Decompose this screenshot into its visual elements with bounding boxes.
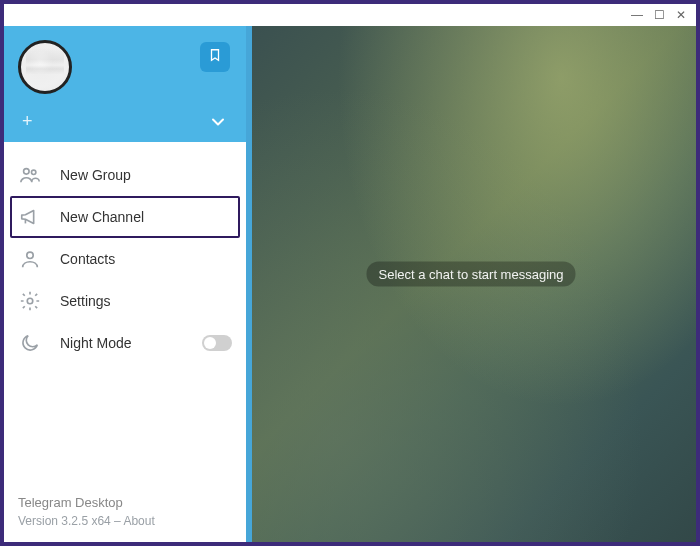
menu-item-contacts[interactable]: Contacts [4,238,246,280]
megaphone-icon [18,205,42,229]
menu-item-night-mode[interactable]: Night Mode [4,322,246,364]
menu-item-label: New Group [60,167,131,183]
app-body: + New Group N [4,26,696,542]
avatar[interactable] [18,40,72,94]
bookmark-icon [208,48,222,66]
menu-item-settings[interactable]: Settings [4,280,246,322]
svg-point-1 [31,170,35,174]
titlebar: — ☐ ✕ [4,4,696,26]
night-mode-toggle[interactable] [202,335,232,351]
chat-area: Select a chat to start messaging [246,26,696,542]
sidebar-header: + [4,26,246,142]
svg-point-2 [27,252,33,258]
menu-item-label: New Channel [60,209,144,225]
minimize-button[interactable]: — [630,9,644,21]
add-account-button[interactable]: + [22,111,33,132]
version-line[interactable]: Version 3.2.5 x64 – About [18,514,155,528]
person-icon [18,247,42,271]
app-window: — ☐ ✕ + [0,0,700,546]
menu-item-new-group[interactable]: New Group [4,154,246,196]
menu-item-label: Contacts [60,251,115,267]
app-name: Telegram Desktop [18,493,155,513]
maximize-button[interactable]: ☐ [652,9,666,21]
menu-item-new-channel[interactable]: New Channel [10,196,240,238]
expand-accounts-button[interactable] [208,112,228,136]
chevron-down-icon [208,118,228,135]
sidebar-footer: Telegram Desktop Version 3.2.5 x64 – Abo… [18,493,155,531]
gear-icon [18,289,42,313]
svg-point-0 [24,169,29,175]
sidebar: + New Group N [4,26,246,542]
svg-point-3 [27,298,33,304]
saved-messages-button[interactable] [200,42,230,72]
close-button[interactable]: ✕ [674,9,688,21]
moon-icon [18,331,42,355]
group-icon [18,163,42,187]
menu-item-label: Settings [60,293,111,309]
menu-item-label: Night Mode [60,335,132,351]
menu-list: New Group New Channel Contacts [4,142,246,364]
chat-placeholder: Select a chat to start messaging [367,261,576,286]
